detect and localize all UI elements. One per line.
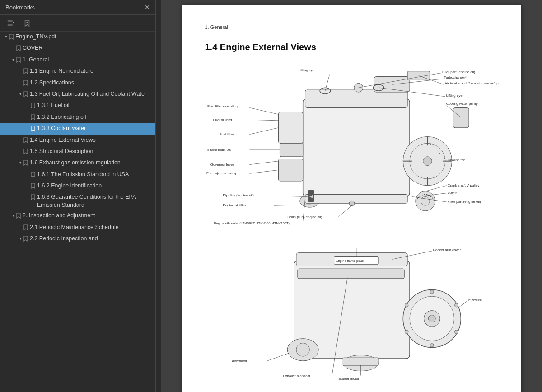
svg-text:Intake manifold: Intake manifold: [207, 148, 231, 152]
tree-item-1-6[interactable]: ▾ 1.6 Exhaust gas emission regulation: [0, 158, 155, 169]
bookmark-icon: [31, 172, 37, 179]
tree-item-1-1[interactable]: 1.1 Engine Nomenclature: [0, 66, 155, 77]
tree-item-1-3-2[interactable]: 1.3.2 Lubricating oil: [0, 112, 155, 123]
svg-point-77: [430, 290, 434, 294]
svg-text:Drain plug  (engine oil): Drain plug (engine oil): [287, 215, 322, 219]
svg-line-45: [249, 128, 278, 135]
view-options-button[interactable]: [5, 18, 17, 28]
svg-rect-28: [453, 107, 468, 127]
tree-item-cover[interactable]: COVER: [0, 43, 155, 54]
svg-line-91: [458, 301, 467, 308]
close-button[interactable]: ✕: [145, 4, 150, 11]
svg-line-41: [249, 107, 278, 114]
svg-text:Alternator: Alternator: [232, 359, 247, 363]
svg-line-49: [249, 161, 278, 165]
svg-text:Fuel oil inlet: Fuel oil inlet: [213, 118, 232, 122]
tree-item-1-3-1[interactable]: 1.3.1 Fuel oil: [0, 100, 155, 112]
tree-item-label: 1.6.2 Engine identification: [37, 182, 155, 190]
svg-rect-24: [305, 195, 407, 204]
bookmark-icon: [31, 183, 37, 191]
collapse-icon: ▾: [10, 57, 16, 63]
tree-item-2-1[interactable]: 2.1 Periodic Maintenance Schedule: [0, 222, 155, 233]
tree-item-label: Engine_TNV.pdf: [15, 33, 155, 41]
bookmark-icon: [23, 236, 30, 243]
tree-item-1-6-1[interactable]: 1.6.1 The Emission Standard in USA: [0, 169, 155, 181]
svg-text:Engine oil filter: Engine oil filter: [223, 203, 246, 207]
tree-item-label: 1.6.3 Guarantee Conditions for the EPA E…: [37, 193, 155, 209]
tree-item-label: 1.2 Specifications: [30, 79, 155, 87]
svg-text:Cooling water pump: Cooling water pump: [446, 102, 478, 106]
svg-point-27: [421, 196, 430, 205]
tree-item-1-2[interactable]: 1.2 Specifications: [0, 78, 155, 89]
svg-text:Lifting eye: Lifting eye: [298, 68, 314, 72]
svg-rect-1: [8, 23, 13, 23]
tree-item-1-4[interactable]: 1.4 Engine External Views: [0, 135, 155, 146]
svg-text:Air intake port [from air clea: Air intake port [from air cleaner(option…: [444, 81, 498, 85]
bookmark-icon: [31, 194, 37, 202]
tree-item-label: 2. Inspection and Adjustment: [23, 212, 155, 220]
svg-text:Fuel injection pump: Fuel injection pump: [206, 171, 237, 175]
tree-item-label: 2.2 Periodic Inspection and: [30, 235, 155, 243]
svg-line-51: [249, 170, 278, 173]
bookmarks-title: Bookmarks: [5, 4, 35, 11]
bookmark-icon: [9, 34, 15, 42]
bookmark-icon: [31, 114, 37, 122]
bookmarks-tree[interactable]: ▾ Engine_TNV.pdf COVER▾ 1. General 1.1 E…: [0, 32, 155, 392]
bookmark-icon: [23, 224, 30, 232]
svg-text:Fuel filter mounting: Fuel filter mounting: [207, 104, 237, 108]
tree-item-label: 1.3 Fuel Oil, Lubricating Oil and Coolan…: [30, 90, 155, 98]
svg-point-82: [454, 330, 458, 334]
bookmarks-toolbar: [0, 15, 155, 32]
panel-collapse-button[interactable]: ◀: [308, 190, 314, 202]
bookmark-icon: [31, 103, 37, 110]
svg-rect-87: [343, 358, 378, 366]
page-header: 1. General: [205, 23, 499, 33]
svg-text:Filler port (engine oil): Filler port (engine oil): [447, 200, 481, 204]
svg-rect-2: [8, 25, 13, 26]
svg-rect-0: [8, 21, 13, 22]
svg-line-55: [425, 186, 446, 191]
tree-item-1-3[interactable]: ▾ 1.3 Fuel Oil, Lubricating Oil and Cool…: [0, 89, 155, 100]
tree-item-2[interactable]: ▾ 2. Inspection and Adjustment: [0, 210, 155, 222]
svg-text:Governor lever: Governor lever: [210, 163, 234, 167]
bookmark-icon: [16, 213, 23, 220]
svg-text:V-belt: V-belt: [447, 191, 457, 195]
bookmark-icon: [16, 57, 23, 65]
svg-point-81: [454, 303, 458, 307]
bookmark-icon: [23, 149, 30, 156]
page-header-text: 1. General: [205, 24, 228, 30]
svg-text:Filler port (engine oil): Filler port (engine oil): [441, 70, 475, 74]
section-title: 1.4 Engine External Views: [205, 42, 499, 52]
bookmark-icon: [23, 160, 30, 168]
bookmark-add-button[interactable]: [21, 18, 33, 28]
svg-text:Cooling fan: Cooling fan: [447, 158, 465, 162]
svg-text:Crank shaft V-pulley: Crank shaft V-pulley: [447, 183, 479, 187]
tree-item-label: 1. General: [23, 56, 155, 64]
svg-point-78: [430, 344, 434, 347]
svg-rect-6: [303, 99, 409, 197]
svg-line-65: [338, 205, 352, 217]
tree-item-label: 1.4 Engine External Views: [30, 136, 155, 145]
tree-item-1-6-3[interactable]: 1.6.3 Guarantee Conditions for the EPA E…: [0, 192, 155, 210]
tree-item-label: 2.1 Periodic Maintenance Schedule: [30, 224, 155, 232]
tree-item-1-5[interactable]: 1.5 Structural Description: [0, 146, 155, 158]
tree-item-label: 1.6.1 The Emission Standard in USA: [37, 171, 155, 179]
svg-text:Lifting eye: Lifting eye: [446, 93, 462, 98]
collapse-icon: ▾: [3, 34, 9, 40]
tree-item-label: COVER: [23, 44, 155, 52]
svg-point-84: [296, 343, 309, 357]
bookmark-icon: [23, 68, 30, 76]
tree-item-2-2[interactable]: ▾ 2.2 Periodic Inspection and: [0, 233, 155, 245]
svg-line-43: [249, 120, 278, 121]
collapse-icon: ▾: [17, 236, 23, 242]
tree-item-1-3-3[interactable]: 1.3.3 Coolant water: [0, 123, 155, 135]
tree-item-label: 1.3.1 Fuel oil: [37, 102, 155, 110]
bottom-engine-diagram: Engine name plate: [205, 243, 499, 387]
svg-text:Dipstick (engine oil): Dipstick (engine oil): [223, 193, 254, 197]
tree-item-label: 1.6 Exhaust gas emission regulation: [30, 159, 155, 167]
tree-item-root[interactable]: ▾ Engine_TNV.pdf: [0, 32, 155, 43]
svg-marker-3: [13, 21, 15, 23]
tree-item-1-6-2[interactable]: 1.6.2 Engine identification: [0, 181, 155, 192]
pdf-page: 1. General 1.4 Engine External Views: [182, 5, 521, 392]
tree-item-general[interactable]: ▾ 1. General: [0, 55, 155, 66]
